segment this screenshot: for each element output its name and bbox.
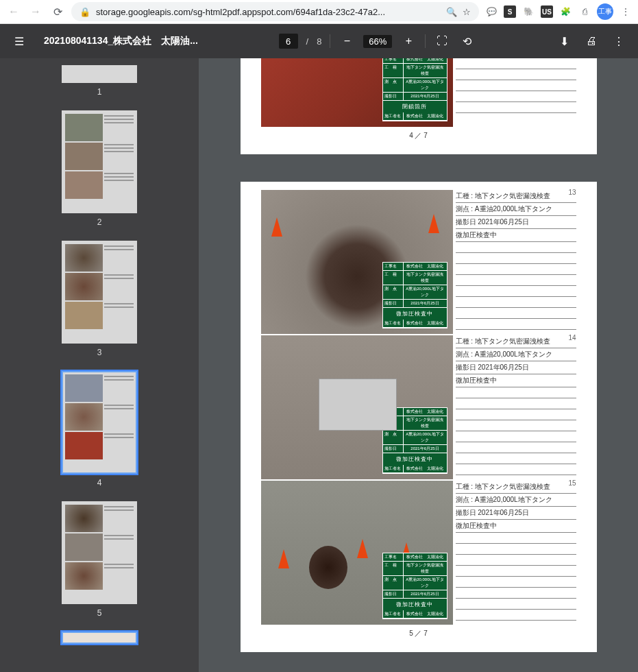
zoom-out-button[interactable]: − — [339, 33, 355, 49]
photo-overlay: 工事名株式会社 太陽油化 工 種地下タンク気密漏洩検査 測 点A重油20,000… — [382, 262, 447, 328]
pdf-main-view[interactable]: 工事名株式会社 太陽油化 工 種地下タンク気密漏洩検査 測 点A重油20,000… — [199, 58, 638, 672]
report-info: 工種 : 地下タンク気密漏洩検査 測点 : A重油20,000L地下タンク 撮影… — [453, 481, 576, 625]
more-button[interactable]: ⋮ — [611, 33, 627, 49]
lock-icon: 🔒 — [79, 7, 90, 17]
report-row-14: 14 工事名株式会社 太陽油化 工 種地下タンク気密漏洩検査 測 点A重油20,… — [261, 335, 576, 479]
download-button[interactable]: ⬇ — [556, 33, 572, 49]
report-row-15: 15 工事名株式会社 太陽油化 工 種地下タンク気密漏洩検査 測 点A重油20,… — [261, 481, 576, 625]
ext-s-icon[interactable]: S — [504, 5, 516, 18]
photo-overlay: 工事名株式会社 太陽油化 工 種地下タンク気密漏洩検査 測 点A重油20,000… — [382, 58, 447, 121]
report-photo-12: 工事名株式会社 太陽油化 工 種地下タンク気密漏洩検査 測 点A重油20,000… — [261, 58, 453, 127]
ext-us-icon[interactable]: US — [541, 5, 553, 18]
fit-page-button[interactable]: ⛶ — [434, 33, 450, 49]
reload-button[interactable]: ⟳ — [49, 3, 66, 20]
browser-toolbar: ← → ⟳ 🔒 storage.googleapis.com/sg-html2p… — [0, 0, 638, 24]
zoom-value: 66% — [363, 35, 392, 48]
zoom-in-button[interactable]: + — [400, 33, 417, 49]
page-total: 8 — [317, 36, 321, 47]
page-footer: 5 ／ 7 — [261, 629, 576, 638]
page-footer: 4 ／ 7 — [261, 131, 576, 141]
thumbnail-6[interactable] — [0, 632, 199, 648]
print-button[interactable]: 🖨 — [583, 33, 600, 49]
pdf-page-5: 13 工事名株式会社 太陽油化 工 種地下タンク気密漏洩検査 測 点A重油20,… — [241, 182, 597, 652]
thumbnail-sidebar[interactable]: 1 2 3 — [0, 58, 199, 672]
url-bar[interactable]: 🔒 storage.googleapis.com/sg-html2pdf.app… — [71, 2, 479, 21]
rotate-button[interactable]: ⟲ — [458, 33, 475, 49]
report-info — [453, 58, 576, 127]
browser-menu-icon[interactable]: ⋮ — [619, 5, 633, 19]
url-text: storage.googleapis.com/sg-html2pdf.appsp… — [96, 7, 441, 17]
thumbnail-5[interactable]: 5 — [0, 501, 199, 618]
report-photo-15: 工事名株式会社 太陽油化 工 種地下タンク気密漏洩検査 測 点A重油20,000… — [261, 481, 453, 625]
zoom-icon[interactable]: 🔍 — [446, 7, 457, 17]
back-button[interactable]: ← — [5, 3, 22, 20]
report-photo-13: 工事名株式会社 太陽油化 工 種地下タンク気密漏洩検査 測 点A重油20,000… — [261, 190, 453, 334]
star-icon[interactable]: ☆ — [463, 7, 471, 17]
pdf-viewer: ☰ 202108041134_株式会社 太陽油... / 8 − 66% + ⛶… — [0, 24, 638, 672]
report-info: 工種 : 地下タンク気密漏洩検査 測点 : A重油20,000L地下タンク 撮影… — [453, 190, 576, 334]
pdf-toolbar: ☰ 202108041134_株式会社 太陽油... / 8 − 66% + ⛶… — [0, 24, 638, 58]
pdf-page-4: 工事名株式会社 太陽油化 工 種地下タンク気密漏洩検査 測 点A重油20,000… — [241, 58, 597, 154]
photo-overlay: 工事名株式会社 太陽油化 工 種地下タンク気密漏洩検査 測 点A重油20,000… — [382, 553, 447, 619]
thumbnail-4[interactable]: 4 — [0, 371, 199, 488]
ext-evernote-icon[interactable]: 🐘 — [522, 5, 535, 19]
report-row-13: 13 工事名株式会社 太陽油化 工 種地下タンク気密漏洩検査 測 点A重油20,… — [261, 190, 576, 334]
thumbnail-2[interactable]: 2 — [0, 110, 199, 227]
report-info: 工種 : 地下タンク気密漏洩検査 測点 : A重油20,000L地下タンク 撮影… — [453, 335, 576, 479]
page-input[interactable] — [279, 34, 298, 49]
pdf-title: 202108041134_株式会社 太陽油... — [44, 35, 198, 47]
report-photo-14: 工事名株式会社 太陽油化 工 種地下タンク気密漏洩検査 測 点A重油20,000… — [261, 335, 453, 479]
page-separator: / — [306, 36, 309, 47]
thumbnail-1[interactable]: 1 — [0, 65, 199, 97]
extensions-icon[interactable]: 🧩 — [559, 5, 572, 19]
photo-overlay: 工事名株式会社 太陽油化 工 種地下タンク気密漏洩検査 測 点A重油20,000… — [382, 407, 447, 474]
profile-avatar[interactable]: 工事 — [597, 3, 613, 20]
menu-icon[interactable]: ☰ — [11, 33, 27, 49]
thumbnail-3[interactable]: 3 — [0, 241, 199, 357]
cast-icon[interactable]: ⎙ — [578, 5, 591, 19]
forward-button[interactable]: → — [27, 3, 44, 20]
ext-chat-icon[interactable]: 💬 — [484, 5, 498, 19]
